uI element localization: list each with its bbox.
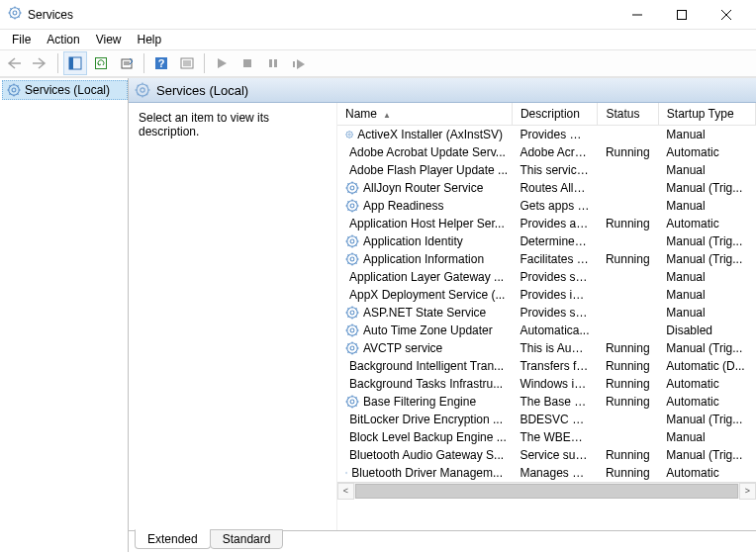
table-row[interactable]: Application InformationFacilitates t...R… (337, 250, 756, 268)
export-list-button[interactable] (115, 51, 139, 75)
service-status (598, 161, 658, 179)
table-row[interactable]: Application Host Helper Ser...Provides a… (337, 215, 756, 232)
col-header-name[interactable]: Name▲ (337, 103, 512, 126)
service-startup: Manual (Trig... (658, 339, 755, 357)
table-row[interactable]: App ReadinessGets apps re...Manual (337, 197, 756, 215)
svg-text:?: ? (158, 57, 165, 69)
service-startup: Manual (Trig... (658, 446, 755, 464)
back-button[interactable] (3, 51, 27, 75)
table-row[interactable]: Application IdentityDetermines ...Manual… (337, 232, 756, 250)
service-startup: Automatic (658, 464, 755, 482)
close-button[interactable] (704, 1, 748, 29)
forward-button[interactable] (29, 51, 52, 75)
stop-service-button[interactable] (236, 51, 259, 75)
gear-icon (345, 323, 359, 337)
service-status (598, 197, 658, 215)
service-status: Running (598, 357, 658, 375)
gear-icon (345, 128, 353, 141)
svg-rect-15 (69, 57, 73, 69)
service-status (598, 126, 658, 144)
table-row[interactable]: BitLocker Drive Encryption ...BDESVC hos… (337, 411, 756, 428)
table-row[interactable]: Adobe Acrobat Update Serv...Adobe Acro..… (337, 143, 756, 161)
service-description: Windows in... (512, 375, 597, 393)
description-pane: Select an item to view its description. (129, 103, 336, 530)
service-name: App Readiness (363, 199, 443, 213)
menubar: File Action View Help (0, 30, 756, 49)
table-row[interactable]: Application Layer Gateway ...Provides su… (337, 268, 756, 286)
nav-tree: Services (Local) (0, 78, 129, 552)
service-description: BDESVC hos... (512, 411, 597, 428)
service-status: Running (598, 446, 658, 464)
nav-item-services-local[interactable]: Services (Local) (2, 80, 128, 100)
start-service-button[interactable] (210, 51, 234, 75)
col-header-description[interactable]: Description (512, 103, 597, 126)
table-row[interactable]: ActiveX Installer (AxInstSV)Provides Us.… (337, 126, 756, 144)
nav-item-label: Services (Local) (25, 83, 110, 97)
table-row[interactable]: Auto Time Zone UpdaterAutomatica...Disab… (337, 322, 756, 339)
service-startup: Automatic (658, 393, 755, 411)
service-name: Application Layer Gateway ... (349, 270, 504, 284)
gear-icon (345, 181, 359, 195)
service-startup: Manual (Trig... (658, 179, 755, 197)
table-row[interactable]: AllJoyn Router ServiceRoutes AllJo...Man… (337, 179, 756, 197)
toolbar-separator (143, 53, 144, 73)
minimize-button[interactable] (614, 1, 659, 29)
service-name: Application Identity (363, 234, 463, 248)
services-table-pane: Name▲ Description Status Startup Type Ac… (336, 103, 756, 530)
menu-action[interactable]: Action (39, 31, 87, 48)
table-row[interactable]: Background Intelligent Tran...Transfers … (337, 357, 756, 375)
gear-icon (345, 252, 359, 266)
table-row[interactable]: Base Filtering EngineThe Base Fil...Runn… (337, 393, 756, 411)
table-row[interactable]: AVCTP serviceThis is Audi...RunningManua… (337, 339, 756, 357)
svg-rect-16 (96, 58, 107, 69)
help-button[interactable]: ? (149, 51, 173, 75)
service-name: Background Intelligent Tran... (349, 359, 504, 373)
table-row[interactable]: Block Level Backup Engine ...The WBENG..… (337, 428, 756, 446)
maximize-button[interactable] (659, 1, 704, 29)
gear-icon (345, 341, 359, 355)
service-name: Background Tasks Infrastru... (349, 377, 503, 391)
table-row[interactable]: Bluetooth Driver Managem...Manages BT...… (337, 464, 756, 482)
window-title: Services (28, 8, 614, 22)
horizontal-scrollbar[interactable]: < > (337, 482, 756, 499)
table-row[interactable]: ASP.NET State ServiceProvides su...Manua… (337, 304, 756, 322)
service-startup: Manual (658, 268, 755, 286)
service-startup: Disabled (658, 322, 755, 339)
menu-help[interactable]: Help (130, 31, 170, 48)
tab-standard[interactable]: Standard (210, 529, 284, 549)
gear-icon (345, 306, 359, 320)
scroll-thumb[interactable] (355, 484, 738, 499)
table-row[interactable]: Bluetooth Audio Gateway S...Service sup.… (337, 446, 756, 464)
toolbar-separator (204, 53, 205, 73)
refresh-button[interactable] (89, 51, 113, 75)
svg-rect-29 (293, 61, 295, 67)
service-name: BitLocker Drive Encryption ... (349, 413, 503, 426)
content-header-title: Services (Local) (156, 83, 248, 98)
service-description: Gets apps re... (512, 197, 597, 215)
service-description: Provides inf... (512, 286, 597, 304)
col-header-status[interactable]: Status (598, 103, 658, 126)
restart-service-button[interactable] (287, 51, 311, 75)
service-status: Running (598, 143, 658, 161)
menu-file[interactable]: File (4, 31, 39, 48)
service-name: Block Level Backup Engine ... (349, 430, 507, 444)
service-name: Base Filtering Engine (363, 395, 476, 409)
service-description: Adobe Acro... (512, 143, 597, 161)
service-name: Adobe Acrobat Update Serv... (349, 145, 506, 159)
service-startup: Manual (658, 197, 755, 215)
scroll-left-arrow[interactable]: < (337, 483, 354, 500)
service-description: Transfers fil... (512, 357, 597, 375)
service-description: Provides su... (512, 268, 597, 286)
table-row[interactable]: AppX Deployment Service (...Provides inf… (337, 286, 756, 304)
service-name: Bluetooth Driver Managem... (351, 466, 503, 480)
scroll-right-arrow[interactable]: > (739, 483, 756, 500)
table-row[interactable]: Adobe Flash Player Update ...This servic… (337, 161, 756, 179)
properties-button[interactable] (175, 51, 199, 75)
pause-service-button[interactable] (261, 51, 285, 75)
menu-view[interactable]: View (88, 31, 130, 48)
col-header-startup[interactable]: Startup Type (658, 103, 755, 126)
show-hide-tree-button[interactable] (63, 51, 87, 75)
table-row[interactable]: Background Tasks Infrastru...Windows in.… (337, 375, 756, 393)
service-description: This is Audi... (512, 339, 597, 357)
tab-extended[interactable]: Extended (135, 529, 211, 549)
